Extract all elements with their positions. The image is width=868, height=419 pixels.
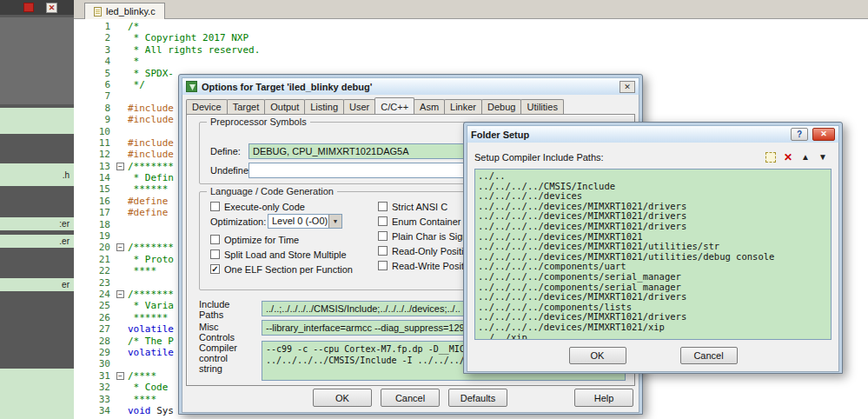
path-item[interactable]: ../../../../devices/MIMXRT1021/utilities… bbox=[478, 252, 828, 263]
close-panel-icon[interactable]: ✕ bbox=[46, 3, 57, 13]
optimization-select[interactable]: Level 0 (-O0) ▼ bbox=[268, 214, 342, 229]
checkbox-optimize-for-time[interactable]: Optimize for Time bbox=[210, 232, 353, 247]
checkbox-split-load-and-store-multiple[interactable]: Split Load and Store Multiple bbox=[210, 247, 353, 262]
setup-paths-label: Setup Compiler Include Paths: bbox=[474, 152, 762, 163]
tab-asm[interactable]: Asm bbox=[414, 99, 445, 114]
tab-c-c-[interactable]: C/C++ bbox=[374, 97, 414, 114]
code-line: 3 * All rights reserved. bbox=[74, 44, 868, 56]
sidebar-topbar: ✕ bbox=[0, 0, 74, 15]
sidebar-item[interactable]: :er bbox=[0, 217, 74, 230]
fold-collapse-icon[interactable]: − bbox=[116, 372, 124, 380]
checkbox-execute-only-code[interactable]: Execute-only Code bbox=[210, 199, 305, 214]
path-item[interactable]: ../../../../devices/MIMXRT1021/drivers bbox=[478, 312, 828, 323]
path-item[interactable]: ../../../../devices/MIMXRT1021/drivers bbox=[478, 211, 828, 222]
project-panel: ✕ .h :er .er er bbox=[0, 0, 74, 419]
code-line: 4 * bbox=[74, 56, 868, 67]
ok-button[interactable]: OK bbox=[313, 389, 372, 407]
compiler-string-label: Compiler control string bbox=[199, 343, 248, 374]
options-dialog-title: Options for Target 'iled_blinky debug' bbox=[202, 82, 615, 92]
delete-path-button[interactable]: ✕ bbox=[779, 150, 797, 165]
folder-button-row: OK Cancel bbox=[467, 347, 838, 364]
fold-collapse-icon[interactable]: − bbox=[116, 163, 124, 170]
sidebar-item[interactable]: .er bbox=[0, 235, 74, 248]
tab-listing[interactable]: Listing bbox=[304, 99, 344, 114]
uvision-icon bbox=[186, 81, 197, 92]
move-down-button[interactable]: ▼ bbox=[814, 150, 832, 165]
preprocessor-legend: Preprocessor Symbols bbox=[207, 116, 310, 127]
options-close-icon[interactable]: ✕ bbox=[620, 81, 635, 93]
path-item[interactable]: ../../../../devices bbox=[478, 191, 828, 202]
path-item[interactable]: ../../../../devices/MIMXRT1021/utilities… bbox=[478, 242, 828, 252]
file-tab-led-blinky[interactable]: led_blinky.c bbox=[84, 3, 165, 19]
left-checks-bottom: Optimize for TimeSplit Load and Store Mu… bbox=[210, 232, 353, 276]
folder-dialog-title: Folder Setup bbox=[471, 130, 786, 140]
defaults-button[interactable]: Defaults bbox=[448, 389, 507, 407]
folder-ok-button[interactable]: OK bbox=[569, 347, 626, 364]
options-titlebar[interactable]: Options for Target 'iled_blinky debug' ✕ bbox=[182, 77, 639, 95]
move-up-button[interactable]: ▲ bbox=[797, 150, 814, 165]
file-tab-label: led_blinky.c bbox=[106, 6, 156, 17]
chevron-down-icon[interactable]: ▼ bbox=[328, 215, 341, 228]
tab-linker[interactable]: Linker bbox=[444, 99, 482, 114]
fold-collapse-icon[interactable]: − bbox=[116, 243, 124, 251]
path-item[interactable]: ../../../../devices/MIMXRT1021/drivers bbox=[478, 202, 828, 212]
cancel-button[interactable]: Cancel bbox=[381, 389, 440, 407]
options-tab-strip: DeviceTargetOutputListingUserC/C++AsmLin… bbox=[186, 98, 635, 114]
path-item[interactable]: ../../xip bbox=[478, 333, 828, 341]
path-item[interactable]: ../../../../devices/MIMXRT1021 bbox=[478, 232, 828, 243]
left-checks-top: Execute-only Code bbox=[210, 199, 305, 214]
define-label: Define: bbox=[210, 146, 241, 156]
include-paths-list[interactable]: ../..../../../../CMSIS/Include../../../.… bbox=[474, 169, 832, 340]
help-button[interactable]: Help bbox=[574, 389, 633, 407]
optimization-value: Level 0 (-O0) bbox=[268, 215, 328, 228]
optimization-label: Optimization: bbox=[210, 216, 266, 227]
tab-user[interactable]: User bbox=[343, 99, 375, 114]
delete-icon: ✕ bbox=[784, 152, 792, 163]
sidebar-item[interactable]: er bbox=[0, 278, 74, 291]
folder-setup-dialog: Folder Setup ? ✕ Setup Compiler Include … bbox=[463, 122, 843, 374]
folder-titlebar[interactable]: Folder Setup ? ✕ bbox=[467, 125, 839, 143]
checkbox-one-elf-section-per-function[interactable]: ✓One ELF Section per Function bbox=[210, 262, 353, 276]
include-paths-label: Include Paths bbox=[199, 299, 244, 320]
new-path-button[interactable] bbox=[762, 150, 779, 165]
folder-close-icon[interactable]: ✕ bbox=[812, 128, 835, 141]
folder-dialog-body: Setup Compiler Include Paths: ✕ ▲ ▼ ../.… bbox=[467, 143, 839, 372]
editor-tab-bar: led_blinky.c bbox=[74, 0, 868, 19]
language-legend: Language / Code Generation bbox=[207, 186, 337, 196]
sidebar-block bbox=[0, 17, 74, 104]
sidebar-item[interactable] bbox=[0, 369, 74, 419]
stop-icon[interactable] bbox=[23, 3, 34, 12]
sidebar-item[interactable] bbox=[0, 108, 74, 134]
folder-cancel-button[interactable]: Cancel bbox=[680, 347, 738, 364]
path-item[interactable]: ../../../../devices/MIMXRT1021/drivers bbox=[478, 222, 828, 232]
path-item[interactable]: ../../../../devices/MIMXRT1021/drivers bbox=[478, 292, 828, 303]
tab-output[interactable]: Output bbox=[264, 99, 305, 114]
tab-target[interactable]: Target bbox=[227, 99, 266, 114]
fold-collapse-icon[interactable]: − bbox=[116, 290, 124, 298]
code-line: 1/* bbox=[74, 21, 868, 32]
path-item[interactable]: ../../../../components/uart bbox=[478, 262, 828, 272]
new-path-icon bbox=[765, 152, 776, 163]
path-item[interactable]: ../.. bbox=[478, 171, 828, 182]
tab-device[interactable]: Device bbox=[186, 99, 228, 114]
arrow-down-icon: ▼ bbox=[818, 153, 827, 162]
tab-utilities[interactable]: Utilities bbox=[520, 99, 563, 114]
folder-tool-row: Setup Compiler Include Paths: ✕ ▲ ▼ bbox=[474, 150, 832, 165]
path-item[interactable]: ../../../../devices/MIMXRT1021/xip bbox=[478, 323, 828, 333]
path-item[interactable]: ../../../../components/serial_manager bbox=[478, 272, 828, 283]
code-line: 2 * Copyright 2017 NXP bbox=[74, 32, 868, 43]
misc-controls-label: Misc Controls bbox=[199, 322, 244, 343]
undefine-label: Undefine: bbox=[210, 165, 251, 176]
help-icon[interactable]: ? bbox=[791, 128, 808, 141]
path-item[interactable]: ../../../../components/lists bbox=[478, 303, 828, 313]
path-item[interactable]: ../../../../components/serial_manager bbox=[478, 283, 828, 293]
tab-debug[interactable]: Debug bbox=[481, 99, 521, 114]
path-item[interactable]: ../../../../CMSIS/Include bbox=[478, 182, 828, 192]
arrow-up-icon: ▲ bbox=[801, 153, 810, 162]
options-button-row: OK Cancel Defaults Help bbox=[182, 389, 639, 407]
file-icon bbox=[94, 7, 102, 17]
uvision-window: ✕ .h :er .er er led_blinky.c 1/*2 * Copy… bbox=[0, 0, 868, 419]
sidebar-item[interactable]: .h bbox=[0, 163, 74, 186]
